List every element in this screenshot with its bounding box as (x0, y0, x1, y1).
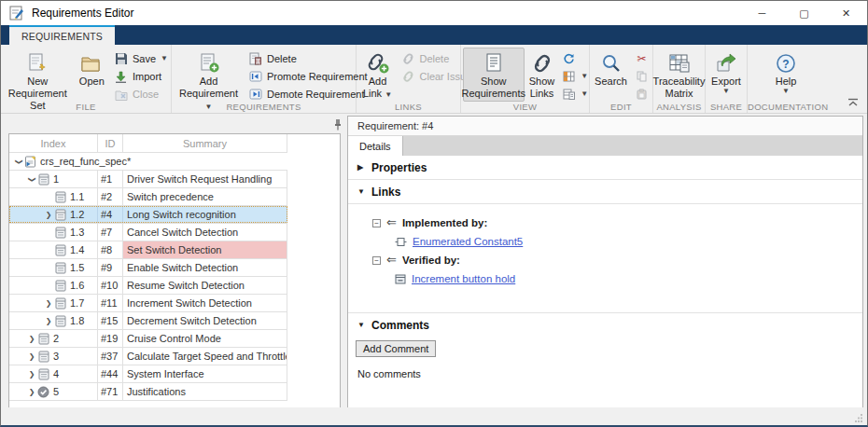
verified-by-link[interactable]: Increment button hold (412, 273, 515, 284)
close-file-icon (114, 88, 128, 102)
id-cell: #7 (98, 224, 123, 241)
summary-cell: Justifications (123, 383, 287, 400)
table-row[interactable]: ❯3#37Calculate Target Speed and Throttle… (9, 348, 287, 365)
columns-view-dropdown-icon[interactable]: ▼ (581, 73, 588, 80)
import-button[interactable]: Import (111, 68, 169, 85)
promote-icon (248, 70, 262, 84)
add-comment-button[interactable]: Add Comment (356, 340, 436, 357)
requirement-set-row[interactable]: ❯crs_req_func_spec* (9, 153, 287, 171)
promote-label: Promote Requirement (267, 71, 368, 82)
table-row[interactable]: ❯2#19Cruise Control Mode (9, 330, 287, 348)
status-strip (1, 407, 867, 425)
table-row[interactable]: 1.3#7Cancel Switch Detection (9, 224, 287, 241)
tree-expand-icon[interactable]: ❯ (26, 335, 37, 343)
implemented-by-link[interactable]: Enumerated Constant5 (413, 236, 523, 247)
search-button[interactable]: Search (592, 48, 630, 90)
verified-by-row: − ⇐ Verified by: (372, 251, 862, 269)
links-section-body: − ⇐ Implemented by: Enumerated Constant5… (348, 204, 862, 312)
tree-table-body: ❯crs_req_func_spec*❯1#1Driver Switch Req… (9, 153, 287, 401)
tree-expand-icon[interactable]: ❯ (28, 173, 36, 185)
group-share: Export ▼ SHARE (706, 45, 748, 113)
save-button[interactable]: Save ▼ (111, 50, 169, 67)
cut-button[interactable]: ✂ (632, 50, 651, 67)
links-section-label: Links (371, 186, 400, 199)
table-row[interactable]: 1.5#9Enable Switch Detection (9, 259, 287, 277)
help-dropdown-icon[interactable]: ▼ (782, 88, 790, 95)
table-row[interactable]: ❯5#71Justifications (9, 383, 287, 401)
delete-label: Delete (267, 53, 297, 64)
summary-cell: Switch precedence (123, 188, 287, 205)
tree-expand-icon[interactable]: ❯ (43, 317, 54, 325)
summary-cell: Increment Switch Detection (123, 295, 287, 311)
collapse-group-icon[interactable]: − (372, 219, 381, 227)
comments-section-header[interactable]: ▼ Comments (348, 312, 862, 337)
help-button[interactable]: ? Help ▼ (767, 48, 805, 97)
tree-expand-icon[interactable]: ❯ (43, 299, 54, 308)
requirement-icon (37, 351, 49, 363)
refresh-button[interactable] (559, 50, 587, 67)
delete-link-icon (401, 52, 415, 66)
close-button[interactable]: ✕ (825, 1, 867, 25)
table-row[interactable]: ❯1.2#4Long Switch recognition (9, 206, 287, 224)
demote-requirement-button[interactable]: Demote Requirement (245, 86, 354, 103)
collapse-group-icon[interactable]: − (372, 256, 381, 265)
details-content: ▶ Properties ▼ Links − ⇐ Implemented by: (348, 156, 862, 379)
cut-icon: ✂ (635, 52, 649, 66)
save-icon (114, 52, 128, 66)
add-requirement-icon (198, 51, 220, 76)
rows-view-button[interactable]: ▼ (559, 86, 587, 103)
group-analysis: Traceability Matrix ANALYSIS (653, 45, 706, 113)
open-button[interactable]: Open (75, 48, 109, 90)
tree-expand-icon[interactable]: ❯ (26, 370, 37, 379)
refresh-icon (562, 52, 576, 66)
promote-requirement-button[interactable]: Promote Requirement (245, 68, 354, 85)
columns-view-button[interactable]: ▼ (559, 68, 587, 85)
tree-expand-icon[interactable]: ❯ (15, 156, 23, 167)
open-label: Open (79, 76, 105, 88)
collapse-ribbon-icon[interactable] (847, 98, 860, 107)
rows-view-dropdown-icon[interactable]: ▼ (581, 90, 588, 98)
summary-cell: Calculate Target Speed and Throttle Valu… (123, 348, 287, 365)
show-requirements-button[interactable]: Show Requirements (463, 48, 525, 102)
table-row[interactable]: ❯4#44System Interface (9, 365, 287, 383)
table-row[interactable]: 1.6#10Resume Switch Detection (9, 277, 287, 295)
add-link-dropdown-icon[interactable]: ▼ (385, 90, 392, 99)
table-row[interactable]: 1.4#8Set Switch Detection (9, 241, 287, 259)
minimize-button[interactable]: ─ (741, 1, 783, 25)
verified-link-row: Increment button hold (372, 269, 862, 288)
delete-requirement-button[interactable]: Delete (245, 50, 354, 67)
summary-cell: Cruise Control Mode (123, 330, 287, 347)
group-label-links: LINKS (357, 102, 460, 112)
export-button[interactable]: Export ▼ (707, 48, 745, 97)
table-row[interactable]: 1.1#2Switch precedence (9, 188, 287, 206)
show-links-label: Show Links (529, 76, 555, 100)
save-dropdown-icon[interactable]: ▼ (161, 55, 168, 62)
id-cell: #4 (98, 206, 123, 223)
add-link-button[interactable]: Add Link ▼ (359, 48, 397, 102)
column-header-id[interactable]: ID (98, 134, 123, 152)
table-row[interactable]: ❯1.7#11Increment Switch Detection (9, 295, 287, 312)
tab-details[interactable]: Details (348, 136, 403, 156)
index-cell-text: 1.6 (70, 280, 84, 291)
pin-panel-icon[interactable] (333, 118, 343, 130)
tree-expand-icon[interactable]: ❯ (26, 352, 37, 361)
id-cell: #11 (98, 295, 123, 311)
column-header-index[interactable]: Index (9, 134, 98, 152)
window-title: Requirements Editor (32, 7, 133, 20)
tab-requirements[interactable]: REQUIREMENTS (9, 25, 115, 45)
search-icon (601, 51, 622, 76)
tree-expand-icon[interactable]: ❯ (43, 211, 54, 219)
requirements-editor-window: Requirements Editor ─ ▢ ✕ REQUIREMENTS N… (0, 0, 868, 427)
table-row[interactable]: ❯1#1Driver Switch Request Handling (9, 171, 287, 188)
export-dropdown-icon[interactable]: ▼ (722, 88, 730, 95)
column-header-summary[interactable]: Summary (123, 134, 287, 152)
traceability-matrix-button[interactable]: Traceability Matrix (654, 48, 705, 102)
links-section-header[interactable]: ▼ Links (348, 180, 862, 204)
properties-section-header[interactable]: ▶ Properties (348, 156, 862, 180)
maximize-button[interactable]: ▢ (783, 1, 825, 25)
tree-expand-icon[interactable]: ❯ (26, 388, 37, 396)
show-links-button[interactable]: Show Links (526, 48, 558, 102)
resize-grip[interactable] (854, 413, 863, 422)
details-tab-strip: Details (348, 136, 862, 156)
table-row[interactable]: ❯1.8#15Decrement Switch Detection (9, 312, 287, 330)
